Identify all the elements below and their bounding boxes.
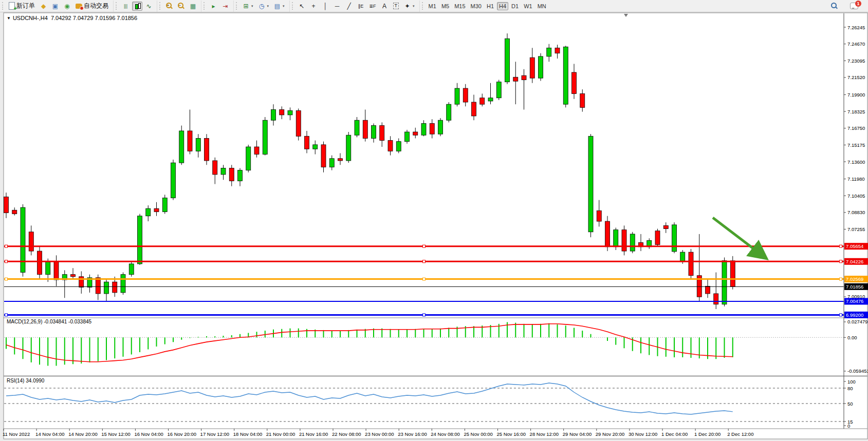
svg-text:7.10405: 7.10405	[847, 193, 865, 199]
autotrading-button[interactable]: 自动交易	[73, 1, 110, 11]
svg-text:80: 80	[847, 386, 853, 391]
search-button[interactable]	[829, 2, 840, 10]
template-button[interactable]: ▤▾	[272, 2, 287, 11]
candlestick-chart-button[interactable]	[132, 2, 142, 11]
symbol-dropdown-icon[interactable]: ▼	[7, 16, 11, 21]
svg-text:7.05654: 7.05654	[846, 243, 863, 249]
svg-text:50: 50	[847, 401, 853, 407]
chart-profiles-button[interactable]: ◆	[38, 2, 49, 11]
chart-title: ▼USDCNH-,H4 7.04292 7.04729 7.01596 7.01…	[7, 15, 137, 21]
horizontal-line-button[interactable]: ─	[332, 2, 343, 11]
line-handle[interactable]	[423, 245, 426, 247]
chart-shift-icon: ⇥	[222, 3, 229, 10]
new-order-icon	[9, 2, 15, 10]
tf-m5-label: M5	[441, 3, 449, 9]
tf-d1-button[interactable]: D1	[509, 2, 521, 10]
svg-text:7.01856: 7.01856	[846, 284, 863, 290]
svg-text:7.07255: 7.07255	[847, 226, 865, 232]
terminal-icon: ▣	[52, 3, 59, 10]
new-chart-button[interactable]: ⊞▾	[241, 2, 255, 11]
svg-text:29 Nov 04:00: 29 Nov 04:00	[563, 431, 592, 437]
line-handle[interactable]	[840, 260, 842, 263]
chart-symbol-period: USDCNH-,H4	[13, 15, 48, 21]
cursor-button[interactable]: ↖	[297, 2, 307, 11]
svg-text:6.99200: 6.99200	[846, 312, 863, 318]
line-handle[interactable]	[840, 245, 842, 247]
tf-m5-button[interactable]: M5	[439, 2, 451, 10]
tf-m30-label: M30	[471, 3, 482, 9]
tf-h1-label: H1	[487, 3, 494, 9]
svg-text:15 Nov 12:00: 15 Nov 12:00	[101, 431, 131, 437]
notification-badge: 1	[855, 1, 861, 7]
line-handle[interactable]	[5, 314, 8, 316]
line-handle[interactable]	[423, 260, 426, 263]
fibonacci-button[interactable]: ≣F	[367, 2, 378, 11]
tf-d1-label: D1	[511, 3, 519, 9]
cursor-icon: ↖	[299, 3, 305, 10]
text-button[interactable]: A	[379, 2, 390, 11]
line-handle[interactable]	[5, 245, 8, 247]
chevron-down-icon: ▾	[267, 4, 269, 8]
bar-chart-button[interactable]: |||	[120, 2, 131, 11]
svg-text:0.027479: 0.027479	[847, 319, 868, 324]
trendline-button[interactable]: ╱	[344, 2, 355, 11]
tf-w1-button[interactable]: W1	[522, 2, 534, 10]
crosshair-button[interactable]: +	[308, 2, 319, 11]
line-handle[interactable]	[423, 314, 426, 316]
text-icon: A	[381, 3, 388, 10]
chart-canvas[interactable]: 7.262457.246707.230957.215207.199007.183…	[0, 0, 868, 441]
svg-text:21 Nov 16:00: 21 Nov 16:00	[299, 431, 328, 437]
terminal-button[interactable]: ▣	[50, 2, 61, 11]
arrows-icon: ✦	[404, 3, 411, 10]
line-chart-icon: ∿	[145, 3, 152, 10]
template-icon: ▤	[274, 3, 281, 10]
tf-h4-button[interactable]: H4	[497, 2, 508, 10]
svg-text:7.16750: 7.16750	[847, 125, 865, 131]
chart-shift-button[interactable]: ⇥	[220, 2, 231, 11]
zoom-out-button[interactable]: −	[176, 2, 187, 10]
tf-h1-button[interactable]: H1	[485, 2, 496, 10]
new-chart-icon: ⊞	[243, 3, 249, 10]
svg-text:0: 0	[847, 423, 850, 429]
channel-button[interactable]: ∥E	[356, 2, 366, 11]
trendline-icon: ╱	[346, 3, 353, 10]
line-handle[interactable]	[423, 278, 426, 280]
svg-text:16 Nov 20:00: 16 Nov 20:00	[168, 431, 197, 437]
auto-scroll-button[interactable]: ▸	[208, 2, 219, 11]
toolbar-group: |||∿	[113, 1, 157, 12]
svg-text:21 Nov 00:00: 21 Nov 00:00	[266, 431, 296, 437]
tile-windows-button[interactable]: ▦	[188, 2, 198, 11]
tf-mn-button[interactable]: MN	[535, 2, 548, 10]
new-order-label: 新订单	[16, 2, 35, 10]
line-handle[interactable]	[5, 278, 8, 280]
zoom-out-icon: −	[178, 3, 184, 9]
toolbar: 新订单◆▣◉自动交易|||∿+−▦▸⇥⊞▾◷▾▤▾↖+│─╱∥E≣FAT✦▾M1…	[0, 0, 868, 12]
svg-text:11 Nov 2022: 11 Nov 2022	[3, 431, 30, 437]
chart-profiles-icon: ◆	[40, 3, 47, 10]
line-handle[interactable]	[840, 278, 842, 280]
line-handle[interactable]	[840, 314, 842, 316]
arrows-button[interactable]: ✦▾	[402, 2, 417, 11]
svg-text:7.26245: 7.26245	[847, 25, 865, 30]
new-order-button[interactable]: 新订单	[7, 1, 37, 11]
vertical-line-button[interactable]: │	[320, 2, 331, 11]
line-handle[interactable]	[5, 260, 8, 263]
svg-text:7.18325: 7.18325	[847, 109, 865, 114]
zoom-in-button[interactable]: +	[164, 2, 175, 10]
vertical-line-icon: │	[322, 3, 329, 10]
text-label-button[interactable]: T	[391, 2, 401, 10]
autotrading-icon	[76, 4, 82, 9]
tf-m15-button[interactable]: M15	[452, 2, 467, 10]
period-icon: ◷	[258, 3, 265, 10]
notifications-button[interactable]: 1	[848, 2, 860, 10]
news-button[interactable]: ◉	[62, 2, 72, 11]
line-chart-button[interactable]: ∿	[143, 2, 154, 11]
svg-text:17 Nov 12:00: 17 Nov 12:00	[200, 431, 230, 437]
tf-m1-button[interactable]: M1	[427, 2, 438, 10]
period-button[interactable]: ◷▾	[256, 2, 271, 11]
svg-text:7.04226: 7.04226	[846, 259, 863, 264]
mt4-window: 新订单◆▣◉自动交易|||∿+−▦▸⇥⊞▾◷▾▤▾↖+│─╱∥E≣FAT✦▾M1…	[0, 0, 868, 441]
toolbar-group: M1M5M15M30H1H4D1W1MN	[419, 1, 551, 12]
search-icon	[831, 3, 838, 9]
tf-m30-button[interactable]: M30	[469, 2, 484, 10]
